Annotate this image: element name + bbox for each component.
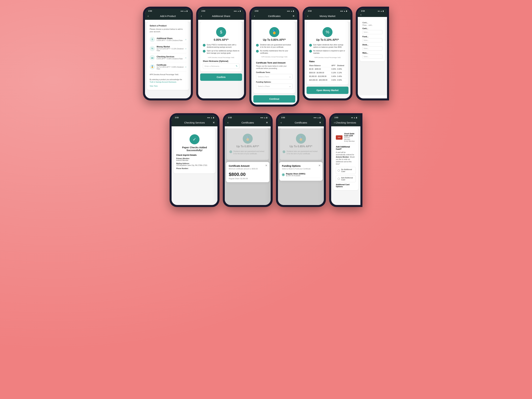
checking-add-card: VISA Visa® Debit Card 1234 Antonio Membe…	[333, 128, 358, 190]
rates-row-3-div: 0.40%	[337, 75, 346, 78]
rates-section: Rates Share Balance APY* Dividend	[309, 60, 346, 82]
fees-link[interactable]: Fees	[154, 85, 158, 87]
battery-icon-7: ▮	[266, 117, 267, 119]
partial-div-select[interactable]: Selec...	[362, 46, 382, 51]
signal-icon-7: ●●●	[260, 117, 263, 119]
nav-title-4: Money Market	[320, 15, 335, 18]
back-button-2[interactable]: ‹	[201, 14, 202, 18]
product-select-card: Select a Product Please choose a product…	[147, 22, 189, 90]
apr-note-4: *APR Denotes Annual Percentage Yield.	[309, 57, 346, 58]
no-card-label: No Additional Card	[341, 168, 354, 172]
modal-title-7: Certificate Amount	[229, 165, 267, 167]
battery-icon: ▮	[187, 10, 188, 12]
wifi-icon-3: ▲	[291, 10, 292, 12]
check-icon-4-1: ✓	[309, 44, 312, 47]
cert-features-7: ✓ Dividend rates are guaranteed and lock…	[229, 150, 266, 155]
product-checking[interactable]: ▬ Checking Services 0.05% APY* / 0.05% D…	[150, 53, 186, 62]
add-card-radio[interactable]	[338, 178, 340, 180]
cert-hero-icon: 🏅	[269, 27, 279, 37]
signal-icon-5: ●●	[378, 10, 380, 12]
add-card-desc: A card will be automatically ordered for…	[336, 151, 356, 165]
mailing-value: 123 Anywhere Lane City, PA 17356-17101	[176, 165, 213, 166]
card-info: Visa® Debit Card 1234 Antonio Member Emi…	[344, 133, 356, 142]
rates-row-4-div: 0.50%	[337, 78, 346, 82]
close-button-7[interactable]: ✕	[266, 121, 268, 124]
product-icon-dollar: $	[150, 37, 155, 42]
nickname-placeholder: Enter a Nickname...	[205, 65, 221, 67]
money-market-card: % Up To 0.10% APY* ✓ Earn higher dividen…	[307, 22, 348, 85]
back-button-7[interactable]: ‹	[228, 121, 228, 124]
open-money-market-button[interactable]: Open Money Market	[307, 87, 348, 94]
partial-cert-title: Certi...	[362, 22, 382, 24]
edit-icon: ✎	[236, 65, 238, 67]
wifi-icon-4: ▲	[344, 10, 345, 12]
modal-close-7[interactable]: ✕	[265, 164, 267, 167]
product-money-market[interactable]: % Money Market Up To 0.10% APY* / 0.10% …	[150, 44, 186, 53]
nickname-input[interactable]: Enter a Nickname... ✎	[203, 63, 239, 69]
wifi-icon-6: ▲	[211, 117, 212, 119]
share-radio-selected[interactable]	[282, 173, 285, 176]
no-card-radio[interactable]	[338, 169, 340, 171]
product-rate-2: Up To 0.10% APY* / 0.10% Dividend Rate	[157, 48, 185, 51]
back-button-1[interactable]: ‹	[148, 14, 149, 18]
share-label: Regular Share (S0001)	[286, 173, 305, 175]
phone-5-partial: 2:53 ●● ▲ ▮ ‹ Certi... Pleas... certi...…	[356, 7, 389, 101]
add-additional-card-option[interactable]: Add Additional Card	[336, 175, 356, 182]
confirm-button[interactable]: Confirm	[200, 74, 242, 81]
rates-header-dividend: Dividend	[337, 64, 346, 67]
no-additional-card-option[interactable]: No Additional Card	[336, 167, 356, 174]
continue-button-3[interactable]: Continue	[253, 95, 295, 103]
back-button-5[interactable]: ‹	[361, 13, 361, 16]
partial-cert-select[interactable]: Selec...	[362, 30, 382, 34]
nav-header-3: ‹ Certificates ✕	[251, 13, 297, 20]
back-button-9[interactable]: ‹	[334, 121, 335, 124]
product-additional-share[interactable]: $ Additional Share 0.05% APY* / 0.05% Di…	[150, 35, 186, 44]
time-4: 2:53	[308, 10, 311, 12]
check-detail-title: Check Imprint Details	[176, 154, 213, 156]
phone-6: 2:53 ●●● ▲ ▮ Checking Services ✕ ✓ Paper…	[170, 113, 219, 207]
partial-fund-select[interactable]: Selec...	[362, 38, 382, 42]
check-icon-3-2: ✓	[256, 50, 259, 52]
battery-icon-2: ▮	[240, 10, 241, 12]
card-label: Visa® Debit Card 1234	[344, 133, 356, 137]
signal-icon-6: ●●●	[207, 117, 210, 119]
checking-success-card: ✓ Paper Checks Added Successfully! Check…	[174, 128, 215, 173]
status-bar-4: 2:53 ●●● ▲ ▮	[304, 9, 350, 13]
cert-bg-card-8: 🏅 Up To 0.85% APY* ✓ Dividend rates are …	[280, 128, 322, 160]
mm-hero-icon: %	[323, 27, 332, 37]
back-button-3[interactable]: ‹	[254, 14, 255, 18]
funding-select[interactable]: Select a Share ⌄	[256, 84, 293, 89]
funding-modal-title: Funding Options	[282, 165, 320, 167]
card-member1: Antonio Member	[344, 137, 356, 140]
primary-member-label: Primary Member:	[176, 158, 213, 159]
check-icon-2-1: ✓	[203, 44, 205, 47]
partial-matu-select[interactable]: Selec...	[362, 55, 382, 59]
cert-hero-7: 🏅	[243, 134, 253, 144]
product-certificate[interactable]: 🏅 Certificate Up To 0.85% APY* / 0.85% D…	[150, 62, 186, 72]
phone-number-row: Phone Number:	[176, 168, 213, 169]
share-item-info: Regular Share (S0001) $2,064.98 Availabl…	[286, 173, 305, 177]
nav-title-6: Checking Services	[184, 121, 205, 124]
apr-note-2: *APR Denotes Annual Percentage Yield.	[203, 57, 239, 58]
add-card-option-label: Add Additional Card	[341, 177, 354, 181]
status-bar-7: 2:53 ●●● ▲ ▮	[225, 115, 271, 120]
close-button-3[interactable]: ✕	[292, 14, 295, 18]
time-1: 2:53	[148, 10, 152, 12]
screen4-content: % Up To 0.10% APY* ✓ Earn higher dividen…	[304, 22, 350, 98]
feature-item-2-2: ✓ Open up to four additional savings sha…	[203, 50, 239, 54]
status-icons-6: ●●● ▲ ▮	[207, 117, 214, 119]
status-bar-6: 2:53 ●●● ▲ ▮	[171, 115, 217, 120]
modal-close-8[interactable]: ✕	[318, 164, 321, 167]
close-button-6[interactable]: ✕	[213, 121, 215, 124]
status-bar-5: 2:53 ●● ▲ ▮	[358, 9, 387, 13]
regular-share-item[interactable]: Regular Share (S0001) $2,064.98 Availabl…	[282, 171, 320, 178]
close-button-8[interactable]: ✕	[319, 121, 321, 124]
section-desc-1: Please choose a product below to add to …	[150, 28, 186, 33]
back-button-4[interactable]: ‹	[307, 14, 308, 18]
back-button-8[interactable]: ‹	[281, 121, 282, 124]
wifi-icon-8: ▲	[317, 117, 319, 119]
disclosure-link[interactable]: Truth in Savings Account Disclosure.	[150, 81, 177, 83]
certificates-card: 🏅 Up To 0.85% APY* ✓ Dividend rates are …	[253, 22, 295, 93]
term-select[interactable]: Select a Term ⌄	[256, 74, 293, 79]
funding-placeholder: Select a Share	[258, 85, 270, 87]
